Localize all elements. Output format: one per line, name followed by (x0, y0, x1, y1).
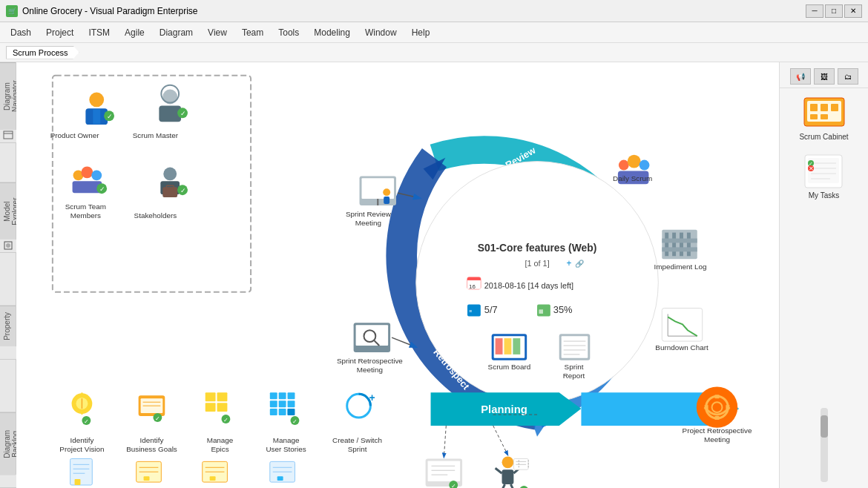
svg-text:Sprint Review: Sprint Review (346, 210, 392, 218)
svg-text:✓: ✓ (99, 185, 105, 193)
svg-line-198 (501, 484, 505, 488)
svg-text:Impediment Log: Impediment Log (654, 263, 707, 271)
app-title: Online Grocery - Visual Paradigm Enterpr… (22, 6, 198, 16)
svg-rect-94 (672, 233, 676, 257)
svg-text:Product Owner: Product Owner (50, 131, 100, 139)
svg-text:User Stories: User Stories (266, 445, 306, 453)
svg-text:Report: Report (563, 372, 585, 380)
property-tab[interactable]: Property (0, 306, 16, 346)
menu-project[interactable]: Project (39, 25, 81, 40)
my-tasks-item[interactable]: ✓ ✕ My Tasks (780, 147, 868, 205)
right-scrollbar[interactable] (821, 408, 828, 482)
svg-rect-217 (810, 114, 818, 119)
model-explorer-icon[interactable] (0, 240, 16, 253)
svg-text:🔗: 🔗 (575, 259, 585, 268)
svg-text:35%: 35% (553, 304, 573, 315)
svg-text:Scrum Board: Scrum Board (488, 363, 531, 371)
svg-text:Business Goals: Business Goals (126, 445, 177, 453)
svg-rect-215 (821, 104, 828, 111)
menu-itsm[interactable]: ITSM (81, 25, 117, 40)
scrum-cabinet-label: Scrum Cabinet (799, 133, 848, 141)
gallery-icon[interactable]: 🖼 (814, 68, 835, 85)
menu-diagram[interactable]: Diagram (152, 25, 200, 40)
svg-rect-170 (144, 476, 150, 481)
svg-rect-93 (665, 233, 668, 257)
svg-line-196 (496, 468, 502, 473)
svg-rect-147 (288, 400, 295, 407)
svg-text:✓: ✓ (223, 417, 228, 423)
svg-text:2018-08-16 [14 days left]: 2018-08-16 [14 days left] (484, 281, 573, 290)
svg-point-89 (640, 160, 650, 171)
svg-text:+: + (369, 392, 375, 403)
announce-icon[interactable]: 📢 (790, 68, 811, 85)
menu-view[interactable]: View (200, 25, 234, 40)
svg-rect-96 (687, 233, 691, 257)
menu-window[interactable]: Window (358, 25, 404, 40)
svg-point-88 (628, 155, 641, 168)
svg-text:Meeting: Meeting (357, 366, 383, 374)
svg-rect-145 (270, 400, 277, 407)
svg-text:5/7: 5/7 (484, 304, 498, 315)
my-tasks-label: My Tasks (809, 191, 840, 200)
svg-text:Burndown Chart: Burndown Chart (655, 343, 708, 352)
diagram-navigator-tab[interactable]: Diagram Navigator (0, 62, 16, 130)
svg-point-5 (89, 93, 104, 108)
model-explorer-tab[interactable]: Model Explorer (0, 182, 16, 240)
svg-text:✓: ✓ (451, 483, 456, 488)
diagram-backlog-tab[interactable]: Diagram Backlog (0, 412, 16, 475)
svg-point-3 (6, 243, 10, 248)
menu-dash[interactable]: Dash (3, 25, 39, 40)
svg-rect-216 (831, 104, 838, 111)
minimize-button[interactable]: ─ (806, 4, 823, 18)
maximize-button[interactable]: □ (825, 4, 843, 18)
menu-agile[interactable]: Agile (117, 25, 152, 40)
svg-text:+: + (567, 258, 572, 268)
svg-text:≡: ≡ (469, 309, 472, 314)
diagram-canvas[interactable]: ✓ Product Owner ✓ Scrum Master (16, 62, 779, 488)
svg-text:Epics: Epics (211, 445, 228, 453)
menu-team[interactable]: Team (234, 25, 271, 40)
svg-rect-146 (279, 400, 286, 407)
svg-rect-148 (270, 409, 277, 415)
svg-rect-114 (726, 405, 729, 409)
close-button[interactable]: ✕ (844, 4, 862, 18)
content-area: ✓ Product Owner ✓ Scrum Master (16, 62, 868, 488)
menu-modeling[interactable]: Modeling (306, 25, 358, 40)
scrum-cabinet-item[interactable]: Scrum Cabinet (780, 88, 868, 147)
svg-rect-160 (70, 458, 93, 485)
svg-text:Meeting: Meeting (355, 219, 381, 227)
title-bar: 🛒 Online Grocery - Visual Paradigm Enter… (0, 0, 868, 22)
svg-rect-29 (162, 187, 177, 197)
svg-point-20 (81, 167, 93, 179)
svg-point-15 (167, 91, 173, 97)
svg-rect-195 (502, 469, 514, 484)
svg-rect-113 (705, 405, 708, 409)
svg-text:S01-Core features (Web): S01-Core features (Web) (478, 242, 597, 254)
svg-point-27 (163, 168, 177, 181)
svg-text:✕: ✕ (809, 165, 814, 172)
my-tasks-icon: ✓ ✕ (802, 153, 846, 190)
svg-text:Project Retrospective: Project Retrospective (683, 426, 752, 435)
svg-point-21 (91, 170, 102, 180)
backlog-icon (0, 475, 16, 488)
svg-text:✓: ✓ (84, 418, 89, 425)
svg-point-75 (383, 188, 390, 196)
svg-rect-182 (277, 476, 283, 481)
left-panel: Diagram Navigator Model Explorer Propert… (0, 62, 16, 488)
window-controls[interactable]: ─ □ ✕ (806, 4, 862, 18)
svg-text:Meeting: Meeting (704, 435, 730, 444)
menu-help[interactable]: Help (404, 25, 438, 40)
svg-text:Create / Switch: Create / Switch (332, 436, 382, 444)
scrum-cabinet-icon (802, 94, 846, 131)
svg-text:Identify: Identify (140, 436, 164, 444)
menu-tools[interactable]: Tools (271, 25, 306, 40)
svg-rect-186 (428, 461, 461, 481)
svg-rect-144 (288, 392, 295, 399)
svg-text:Manage: Manage (273, 436, 300, 444)
right-panel-toolbar: 📢 🖼 🗂 (780, 65, 868, 88)
svg-rect-62 (513, 338, 520, 355)
breadcrumb[interactable]: Scrum Process (6, 46, 79, 59)
diagram-nav-icon[interactable] (0, 130, 16, 143)
layout-icon[interactable]: 🗂 (838, 68, 858, 85)
svg-text:✓: ✓ (107, 113, 113, 120)
